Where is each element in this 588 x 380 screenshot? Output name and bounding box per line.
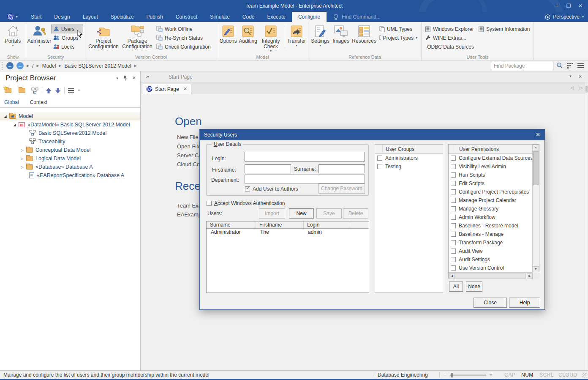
none-button[interactable]: None <box>466 282 482 292</box>
checkbox-icon[interactable] <box>451 189 456 194</box>
tab-publish[interactable]: Publish <box>140 12 169 22</box>
windows-explorer-button[interactable]: Windows Explorer <box>423 25 476 33</box>
expander-open-icon[interactable]: ◢ <box>3 115 8 118</box>
add-user-to-authors-checkbox[interactable]: Add User to Authors <box>245 186 298 192</box>
save-button[interactable]: Save <box>316 208 342 219</box>
tab-scroll-left-icon[interactable]: ◁ <box>571 85 574 90</box>
permission-item[interactable]: Configure External Data Sources <box>449 154 539 162</box>
checkbox-icon[interactable] <box>451 223 456 228</box>
checkbox-icon[interactable] <box>451 232 456 237</box>
new-package-icon[interactable] <box>5 88 11 93</box>
tree-item-datamodel[interactable]: ◢ «DataModel» Basic SQLServer 2012 Model <box>0 120 140 129</box>
administer-button[interactable]: Administer ▾ <box>27 23 51 47</box>
scrollbar-thumb[interactable] <box>455 273 526 279</box>
browser-menu-icon[interactable] <box>68 88 75 93</box>
perspective-menu[interactable]: Perspective ▾ <box>545 12 584 22</box>
tree-item-diagram[interactable]: Traceability <box>0 137 140 146</box>
login-input[interactable] <box>245 152 365 161</box>
permission-item[interactable]: Configure Project Prerequisites <box>449 188 539 196</box>
checkbox-icon[interactable] <box>377 156 382 161</box>
workspace-close-icon[interactable]: ✕ <box>578 74 582 79</box>
accept-windows-auth-checkbox[interactable]: Accept Windows Authentication <box>207 200 285 206</box>
delete-button[interactable]: Delete <box>343 208 368 219</box>
expander-closed-icon[interactable]: ▷ <box>19 148 25 152</box>
breadcrumb-model[interactable]: Model <box>42 63 56 69</box>
auditing-button[interactable]: Auditing <box>238 23 258 44</box>
expander-closed-icon[interactable]: ▷ <box>19 165 25 169</box>
model-views-icon[interactable] <box>567 63 573 69</box>
table-row[interactable]: Administrator The admin <box>207 229 369 236</box>
images-button[interactable]: Images <box>331 23 351 44</box>
checkbox-icon[interactable] <box>451 164 456 169</box>
checkbox-icon[interactable] <box>207 201 212 206</box>
zoom-out-icon[interactable]: – <box>444 372 446 378</box>
system-information-button[interactable]: System Information <box>476 25 532 33</box>
transfer-button[interactable]: Transfer ▾ <box>286 23 307 47</box>
scrollbar-thumb[interactable] <box>533 151 539 185</box>
checkbox-icon[interactable] <box>451 156 456 161</box>
permissions-vertical-scrollbar[interactable]: ▲ ▼ <box>532 145 539 272</box>
checkbox-icon[interactable] <box>451 181 456 186</box>
tab-execute[interactable]: Execute <box>261 12 292 22</box>
permission-item[interactable]: Audit Settings <box>449 255 539 264</box>
minimize-button[interactable]: – <box>552 1 562 11</box>
permissions-horizontal-scrollbar[interactable]: ◀ ▶ <box>449 272 533 279</box>
link-new-file[interactable]: New File <box>177 134 199 140</box>
zoom-in-icon[interactable]: + <box>490 372 493 378</box>
panel-close-icon[interactable]: ✕ <box>132 75 136 81</box>
tree-item-package[interactable]: ▷ Logical Data Model <box>0 154 140 163</box>
move-up-icon[interactable] <box>46 87 52 94</box>
expander-open-icon[interactable]: ◢ <box>12 123 17 127</box>
zoom-slider-thumb[interactable] <box>451 373 453 377</box>
permission-item[interactable]: Run Scripts <box>449 171 539 179</box>
settings-button[interactable]: Settings ▾ <box>310 23 331 47</box>
checkbox-icon[interactable] <box>451 240 456 245</box>
checkbox-icon[interactable] <box>451 249 456 254</box>
checkbox-checked-icon[interactable] <box>245 186 250 191</box>
col-surname[interactable]: Surname <box>207 221 256 228</box>
tree-item-package[interactable]: ▷ «Database» Database A <box>0 163 140 171</box>
search-icon[interactable] <box>556 62 563 69</box>
checkbox-icon[interactable] <box>451 257 456 262</box>
package-configuration-button[interactable]: Package Configuration <box>120 23 154 49</box>
checkbox-icon[interactable] <box>377 164 382 169</box>
breadcrumb-current[interactable]: Basic SQLServer 2012 Model <box>65 63 131 69</box>
import-button[interactable]: Import <box>259 208 285 219</box>
odbc-data-sources-button[interactable]: ODBC Data Sources <box>423 42 476 51</box>
back-button[interactable]: ← <box>6 62 14 69</box>
col-login[interactable]: Login <box>304 221 350 228</box>
wine-extras-button[interactable]: WINE Extras... <box>423 33 476 42</box>
tab-scroll-right-icon[interactable]: ▷ <box>580 85 583 90</box>
expander-closed-icon[interactable]: ▷ <box>19 157 25 161</box>
chevron-down-icon[interactable]: ▾ <box>78 89 80 92</box>
permission-item[interactable]: Audit View <box>449 247 539 255</box>
users-table-header[interactable]: Surname Firstname Login <box>207 221 369 229</box>
permission-item[interactable]: Visibility Level Admin <box>449 162 539 171</box>
permission-item[interactable]: Admin Workflow <box>449 213 539 221</box>
tab-construct[interactable]: Construct <box>169 12 204 22</box>
portals-button[interactable]: Portals ▾ <box>2 23 24 47</box>
breadcrumb-root[interactable]: / <box>32 63 33 69</box>
check-configuration-button[interactable]: Check Configuration <box>154 42 214 51</box>
integrity-check-button[interactable]: Integrity Check ▾ <box>258 23 283 53</box>
tree-item-diagram[interactable]: Basic SQLServer2012 Model <box>0 129 140 137</box>
permission-item[interactable]: Transform Package <box>449 238 539 247</box>
tab-close-icon[interactable]: ✕ <box>183 86 187 92</box>
dialog-title-bar[interactable]: Security Users ✕ <box>200 129 544 140</box>
work-offline-button[interactable]: Work Offline <box>154 25 214 33</box>
hamburger-menu-icon[interactable] <box>577 63 585 68</box>
permission-item[interactable]: Manage Project Calendar <box>449 196 539 205</box>
uml-types-button[interactable]: UML Types <box>377 25 419 33</box>
firstname-input[interactable] <box>245 164 291 173</box>
checkbox-icon[interactable] <box>451 198 456 203</box>
close-button[interactable]: Close <box>474 298 507 308</box>
link-recent-team-example[interactable]: Team Exa <box>177 202 201 209</box>
help-button[interactable]: Help <box>509 298 540 308</box>
panel-menu-icon[interactable]: ▾ <box>116 76 118 80</box>
find-command[interactable]: Find Command... <box>333 12 381 22</box>
all-button[interactable]: All <box>449 282 463 292</box>
dialog-close-icon[interactable]: ✕ <box>536 131 540 138</box>
diagram-tool-icon[interactable] <box>31 87 38 94</box>
scroll-right-icon[interactable]: ▶ <box>527 273 533 279</box>
tab-start[interactable]: Start <box>24 12 48 22</box>
